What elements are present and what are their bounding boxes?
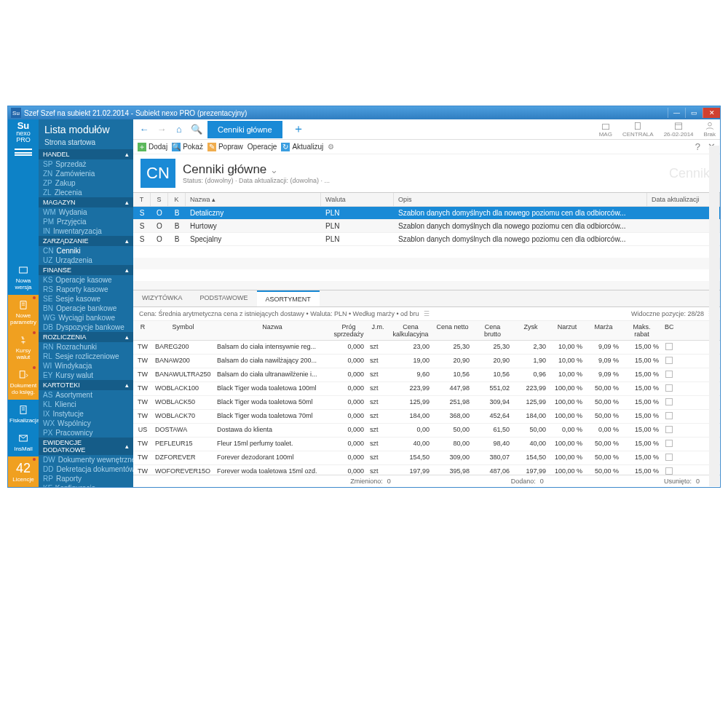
date-indicator[interactable]: 26-02-2014 xyxy=(664,121,694,138)
status-bar: Zmieniono:0 Dodano:0 Usunięto:0 xyxy=(133,475,720,487)
brak-indicator[interactable]: Brak xyxy=(704,121,716,138)
content-area: ← → ⌂ 🔍 Cenniki główne ＋ MAG CENTRALA 26… xyxy=(133,119,720,487)
module-item[interactable]: SPSprzedaż xyxy=(39,159,133,169)
grid-row[interactable]: SOBHurtowyPLNSzablon danych domyślnych d… xyxy=(133,220,720,233)
detail-row[interactable]: TWBANAWULTRA250Balsam do ciała ultranawi… xyxy=(133,368,720,382)
detail-row[interactable]: TWWOBLACK100Black Tiger woda toaletowa 1… xyxy=(133,382,720,396)
gear-button[interactable]: ⚙ xyxy=(328,143,334,151)
centrala-indicator[interactable]: CENTRALA xyxy=(622,121,654,138)
window-title: Szef Szef na subiekt 21.02.2014 - Subiek… xyxy=(24,109,247,117)
add-tab-button[interactable]: ＋ xyxy=(287,122,310,137)
module-item[interactable]: KSOperacje kasowe xyxy=(39,275,133,285)
maximize-button[interactable]: ▭ xyxy=(685,108,703,118)
aktualizuj-button[interactable]: ↻Aktualizuj xyxy=(281,143,323,151)
module-code: CN xyxy=(141,159,175,188)
rail-insmail[interactable]: InsMail xyxy=(8,428,39,456)
module-item[interactable]: ZPZakup xyxy=(39,178,133,188)
detail-row[interactable]: TWDZFOREVERForever dezodorant 100ml0,000… xyxy=(133,451,720,465)
module-item[interactable]: ZNZamówienia xyxy=(39,169,133,178)
rail-kursy-walut[interactable]: Kursy walut xyxy=(8,330,39,365)
module-item[interactable]: PXPracownicy xyxy=(39,428,133,438)
module-item[interactable]: KFKonfiguracja xyxy=(39,483,133,487)
rail-licencje[interactable]: 42Licencje xyxy=(8,456,39,487)
popraw-button[interactable]: ✎Popraw xyxy=(207,143,243,151)
detail-row[interactable]: TWPEFLEUR15Fleur 15ml perfumy toalet.0,0… xyxy=(133,438,720,451)
filter-menu-icon[interactable]: ☰ xyxy=(424,310,430,317)
module-item[interactable]: ASAsortyment xyxy=(39,390,133,400)
module-item[interactable]: RNRozrachunki xyxy=(39,342,133,352)
module-item[interactable]: WIWindykacja xyxy=(39,361,133,371)
module-item[interactable]: KLKlienci xyxy=(39,400,133,409)
scrollbar[interactable] xyxy=(709,146,719,486)
grid-row[interactable]: SOBDetalicznyPLNSzablon danych domyślnyc… xyxy=(133,207,720,220)
app-icon: Su xyxy=(11,108,21,118)
module-item[interactable]: DWDokumenty wewnętrzne xyxy=(39,455,133,464)
svg-rect-6 xyxy=(675,123,681,130)
module-group-header[interactable]: KARTOTEKI▴ xyxy=(39,380,133,390)
detail-tab[interactable]: ASORTYMENT xyxy=(257,290,320,306)
module-item[interactable]: ZLZlecenia xyxy=(39,188,133,197)
module-item[interactable]: RSRaporty kasowe xyxy=(39,285,133,294)
module-item[interactable]: RLSesje rozliczeniowe xyxy=(39,352,133,361)
detail-row[interactable]: TWWOBLACK50Black Tiger woda toaletowa 50… xyxy=(133,396,720,410)
menu-icon[interactable] xyxy=(15,149,32,156)
detail-row[interactable]: TWBANAW200Balsam do ciała nawilżający 20… xyxy=(133,355,720,368)
module-item[interactable]: PMPrzyjęcia xyxy=(39,217,133,226)
module-item[interactable]: DDDekretacja dokumentów xyxy=(39,464,133,474)
rail-nowa-wersja[interactable]: Nowa wersja xyxy=(8,260,39,295)
minimize-button[interactable]: — xyxy=(668,108,685,118)
home-button[interactable]: ⌂ xyxy=(173,123,186,136)
module-group-header[interactable]: ROZLICZENIA▴ xyxy=(39,332,133,342)
dodaj-button[interactable]: ＋Dodaj xyxy=(138,143,167,151)
svg-rect-0 xyxy=(20,267,28,273)
grid-header[interactable]: TSKNazwa ▴WalutaOpisData aktualizacji xyxy=(133,193,720,207)
logo: SunexoPRO xyxy=(12,122,34,144)
watermark: Cenniki xyxy=(669,166,713,181)
grid-row[interactable]: SOBSpecjalnyPLNSzablon danych domyślnych… xyxy=(133,233,720,246)
back-button[interactable]: ← xyxy=(138,123,151,136)
detail-row[interactable]: TWWOFOREVER15OForever woda toaletowa 15m… xyxy=(133,465,720,475)
module-item[interactable]: EYKursy walut xyxy=(39,371,133,380)
detail-row[interactable]: TWWOBLACK70Black Tiger woda toaletowa 70… xyxy=(133,410,720,424)
pokaz-button[interactable]: 🔍Pokaż xyxy=(172,143,203,151)
module-item[interactable]: INInwentaryzacja xyxy=(39,226,133,236)
close-button[interactable]: ✕ xyxy=(703,108,720,118)
modules-title: Lista modułów xyxy=(39,119,133,137)
module-list: Lista modułów Strona startowa HANDEL▴SPS… xyxy=(39,119,133,487)
module-item[interactable]: IXInstytucje xyxy=(39,409,133,419)
module-item[interactable]: WXWspólnicy xyxy=(39,419,133,428)
help-icon[interactable]: ? xyxy=(695,141,700,152)
module-group-header[interactable]: FINANSE▴ xyxy=(39,265,133,275)
module-item[interactable]: WGWyciągi bankowe xyxy=(39,313,133,323)
detail-header[interactable]: RSymbolNazwaPróg sprzedażyJ.m.Cena kalku… xyxy=(133,321,720,341)
module-group-header[interactable]: HANDEL▴ xyxy=(39,149,133,159)
svg-rect-5 xyxy=(636,122,641,129)
detail-row[interactable]: TWBAREG200Balsam do ciała intensywnie re… xyxy=(133,341,720,355)
module-group-header[interactable]: ZARZĄDZANIE▴ xyxy=(39,236,133,246)
toolbar: ＋Dodaj 🔍Pokaż ✎Popraw Operacje ↻Aktualiz… xyxy=(133,140,720,154)
mag-indicator[interactable]: MAG xyxy=(599,121,612,138)
search-button[interactable]: 🔍 xyxy=(190,123,203,136)
rail-fiskalizacja[interactable]: Fiskalizacja xyxy=(8,400,39,428)
operacje-button[interactable]: Operacje xyxy=(248,143,277,151)
module-item[interactable]: SESesje kasowe xyxy=(39,294,133,304)
active-tab[interactable]: Cenniki główne xyxy=(207,121,282,138)
module-item[interactable]: BNOperacje bankowe xyxy=(39,304,133,313)
forward-button[interactable]: → xyxy=(155,123,168,136)
module-item[interactable]: UZUrządzenia xyxy=(39,256,133,265)
detail-tab[interactable]: WIZYTÓWKA xyxy=(133,290,191,306)
page-title[interactable]: Cenniki główne ⌄ xyxy=(183,162,330,177)
rail-dokument[interactable]: Dokument do księg. xyxy=(8,365,39,400)
detail-tab[interactable]: PODSTAWOWE xyxy=(191,290,257,306)
app-window: Su Szef Szef na subiekt 21.02.2014 - Sub… xyxy=(7,106,721,488)
filter-text: Cena: Średnia arytmetyczna cena z istnie… xyxy=(139,310,419,317)
module-item[interactable]: RPRaporty xyxy=(39,474,133,483)
module-group-header[interactable]: MAGAZYN▴ xyxy=(39,197,133,207)
module-item[interactable]: DBDyspozycje bankowe xyxy=(39,323,133,332)
module-item[interactable]: WMWydania xyxy=(39,207,133,217)
module-group-header[interactable]: EWIDENCJE DODATKOWE▴ xyxy=(39,438,133,455)
rail-nowe-parametry[interactable]: Nowe parametry xyxy=(8,295,39,330)
module-item[interactable]: CNCenniki xyxy=(39,246,133,256)
detail-row[interactable]: USDOSTAWADostawa do klienta0,000szt0,005… xyxy=(133,424,720,438)
start-page[interactable]: Strona startowa xyxy=(39,137,133,149)
